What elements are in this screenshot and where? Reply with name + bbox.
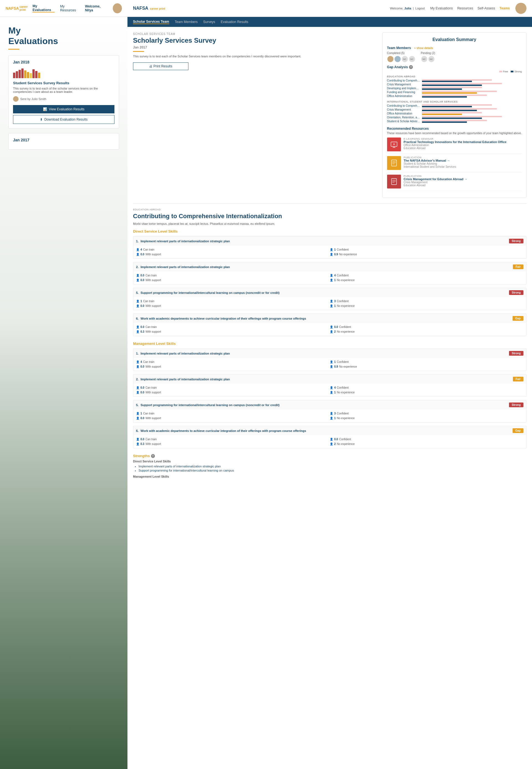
bar-strong (422, 81, 472, 82)
gap-label-0-3[interactable]: Funding and Financing (387, 91, 420, 94)
strengths-item-0[interactable]: Implement relevant parts of internationa… (139, 465, 526, 468)
stat-3-0: 👤 0.0 Can train (136, 324, 330, 329)
nav-my-evaluations[interactable]: My Evaluations (32, 4, 55, 12)
rec-item-info-1: PUBLICATION The NAFSA Advisor's Manual →… (404, 156, 456, 168)
rec-item-sub2-1: International Student and Scholar Servic… (404, 165, 456, 168)
left-avatar[interactable] (113, 3, 122, 13)
bar-strong-4 (422, 92, 477, 94)
bars-1-1 (422, 108, 522, 111)
bar-6 (27, 72, 29, 78)
divider (133, 203, 526, 204)
survey-main-desc: This survey is to test each of the Schol… (133, 55, 301, 58)
svg-point-3 (393, 143, 395, 145)
right-avatar[interactable] (515, 3, 526, 14)
eval-date-1: Jan 2018 (13, 60, 114, 64)
right-navigation: NAFSA career print Welcome, Julia | Logo… (127, 0, 532, 17)
mgmt-stat-0-0: 👤 4 Can train (136, 359, 330, 364)
strengths-help-icon[interactable]: ? (151, 454, 155, 458)
skill-stats-1: 👤 0.0 Can train 👤 4 Confident 👤 0.0 (133, 271, 526, 284)
gap-label-1-0[interactable]: Contributing to Comprehensive Intern... (387, 104, 420, 107)
gap-help-icon[interactable]: ? (409, 65, 413, 69)
gap-analysis-title: Gap Analysis ? (387, 65, 522, 69)
b10 (422, 121, 467, 123)
gap-label-1-4[interactable]: Student & Scholar Advising (387, 120, 420, 123)
gap-label-0-2[interactable]: Developing and Implementing Progra... (387, 87, 420, 90)
nav-teams[interactable]: Teams (500, 6, 510, 10)
subnav-scholar-services[interactable]: Scholar Services Team (133, 20, 169, 24)
logo-nafsa: NAFSA (6, 6, 19, 11)
mgmt-stat-2-1: 👤 3 Confident (330, 411, 523, 416)
skill-item-mgmt-3: 6. Work with academic departments to ach… (133, 426, 526, 448)
rec-item-title-2[interactable]: Crisis Management for Education Abroad → (404, 177, 467, 181)
gap-label-0-1[interactable]: Crisis Management (387, 83, 420, 86)
subnav-evaluation-results[interactable]: Evaluation Results (221, 20, 248, 24)
left-panel: NAFSA career print My Evaluations My Res… (0, 0, 127, 769)
stat-0-2: 👤 0.0 With support (136, 252, 330, 257)
gap-row-1-0: Contributing to Comprehensive Intern... (387, 104, 522, 107)
bar-1 (13, 73, 15, 78)
rec-item-info-2: PUBLICATION Crisis Management for Educat… (404, 175, 467, 187)
bar-free-3 (422, 87, 482, 88)
gap-bars-0-4 (422, 94, 522, 98)
gap-bars-1-2 (422, 112, 522, 115)
chart-icon: 📊 (43, 107, 47, 111)
pending-group: Pending (2) NC NC (421, 52, 435, 62)
gap-label-1-1[interactable]: Crisis Management (387, 108, 420, 111)
stat-1-0: 👤 0.0 Can train (136, 273, 330, 278)
completed-avatars: NC NC (387, 56, 415, 62)
nav-self-assess[interactable]: Self-Assess (478, 6, 495, 10)
subnav-team-members[interactable]: Team Members (175, 20, 198, 24)
rec-item-title-1[interactable]: The NAFSA Advisor's Manual → (404, 159, 456, 162)
nav-resources[interactable]: Resources (457, 6, 473, 10)
show-details-link[interactable]: + show details (414, 47, 433, 50)
rec-item-1: PUBLICATION The NAFSA Advisor's Manual →… (387, 156, 522, 172)
gap-bars-1-4 (422, 120, 522, 123)
gap-label-0-0[interactable]: Contributing to Comprehensive Intern... (387, 79, 420, 82)
skill-mgmt-header-3: 6. Work with academic departments to ach… (133, 426, 526, 435)
gap-rows-0: Contributing to Comprehensive Intern... (387, 79, 522, 98)
skill-badge-0: Strong (509, 239, 523, 243)
b9 (422, 120, 487, 121)
skill-mgmt-text-3: 6. Work with academic departments to ach… (136, 429, 513, 433)
rec-resources-desc: These resources have been recommended ba… (387, 132, 522, 135)
evaluation-card-2: Jan 2017 (8, 133, 119, 150)
seminar-icon (390, 140, 398, 149)
download-evaluation-button[interactable]: ⬇ Download Evaluation Results (13, 115, 114, 124)
stat-icon-0-0: 👤 (136, 248, 139, 251)
survey-desc-1: This survey is to test each of the schol… (13, 87, 114, 93)
rec-item-title-0[interactable]: Practical Technology Innovations for the… (404, 140, 507, 144)
b3 (422, 108, 497, 109)
view-evaluation-button[interactable]: 📊 View Evaluation Results (13, 105, 114, 113)
summary-title: Evaluation Summary (387, 37, 522, 42)
gap-label-1-3[interactable]: Orientation, Retention, and Student Se..… (387, 116, 420, 119)
stat-icon-0-1: 👤 (330, 248, 333, 251)
mgmt-stat-3-0: 👤 0.0 Can train (136, 437, 330, 442)
svg-rect-4 (392, 160, 397, 166)
gap-row-1-3: Orientation, Retention, and Student Se..… (387, 116, 522, 119)
gap-section-education-abroad: EDUCATION ABROAD Contributing to Compreh… (387, 75, 522, 98)
mgmt-stat-3-2: 👤 0.3 With support (136, 442, 330, 446)
print-results-button[interactable]: 🖨 Print Results (133, 62, 188, 70)
skill-mgmt-text-2: 5. Support programming for international… (136, 404, 509, 407)
skill-item-direct-1: 2. Implement relevant parts of internati… (133, 262, 526, 284)
b5 (422, 112, 482, 113)
subnav-surveys[interactable]: Surveys (203, 20, 215, 24)
nav-my-resources[interactable]: My Resources (60, 4, 80, 12)
mgmt-stat-1-3: 👤 1 No experience (330, 390, 523, 395)
rec-item-sub2-2: Education Abroad (404, 184, 467, 187)
skill-header-3: 6. Work with academic departments to ach… (133, 314, 526, 323)
bars-container-3 (422, 91, 522, 94)
gap-bars-1-3 (422, 116, 522, 119)
gap-label-1-2[interactable]: Office Administration (387, 112, 420, 115)
content-area: SCHOLAR SERVICES TEAM Scholarly Services… (133, 32, 526, 198)
skill-stats-2: 👤 1 Can train 👤 3 Confident 👤 0.0 (133, 297, 526, 310)
strengths-item-1[interactable]: Support programming for international/in… (139, 469, 526, 472)
right-logo-group: NAFSA career print (133, 6, 165, 11)
evaluation-summary-box: Evaluation Summary Team Members + show d… (382, 32, 526, 198)
stat-2-3: 👤 1 No experience (330, 303, 523, 308)
logout-link[interactable]: Logout (415, 7, 425, 10)
nav-my-evaluations-right[interactable]: My Evaluations (430, 6, 453, 10)
gap-label-0-4[interactable]: Office Administration (387, 94, 420, 98)
legend-free-color (499, 71, 502, 72)
b4 (422, 110, 477, 111)
